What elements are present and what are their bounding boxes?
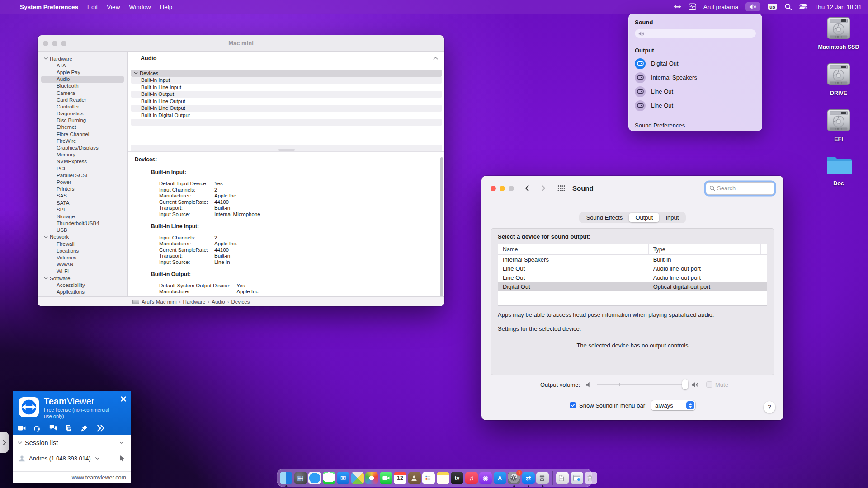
sidebar-item-wwan[interactable]: WWAN bbox=[38, 261, 127, 268]
session-settings-button[interactable] bbox=[112, 440, 126, 446]
control-center-icon[interactable] bbox=[799, 3, 807, 10]
menu-clock[interactable]: Thu 12 Jan 18.31 bbox=[814, 4, 862, 10]
sidebar-item-firewire[interactable]: FireWire bbox=[38, 137, 127, 144]
breadcrumb-item[interactable]: Hardware bbox=[183, 299, 206, 305]
popover-device-digital-out[interactable]: Digital Out bbox=[635, 56, 756, 70]
sidebar-item-memory[interactable]: Memory bbox=[38, 151, 127, 158]
chevron-down-icon[interactable] bbox=[44, 56, 48, 61]
device-row[interactable]: Built-in Line Input bbox=[131, 84, 442, 91]
sidebar-item-disc-burning[interactable]: Disc Burning bbox=[38, 117, 127, 124]
chevron-down-icon[interactable] bbox=[44, 235, 48, 239]
sidebar-item-graphics-displays[interactable]: Graphics/Displays bbox=[38, 144, 127, 151]
chat-icon[interactable] bbox=[49, 425, 57, 432]
dock-item-facetime[interactable] bbox=[380, 472, 392, 484]
popover-volume-slider[interactable] bbox=[635, 29, 756, 38]
sound-titlebar[interactable]: Sound bbox=[481, 176, 783, 201]
desktop-icon-macintosh-ssd[interactable]: Macintosh SSD bbox=[814, 16, 863, 50]
tab-sound-effects[interactable]: Sound Effects bbox=[580, 213, 629, 222]
brush-icon[interactable] bbox=[81, 425, 89, 432]
menu-view[interactable]: View bbox=[102, 0, 124, 14]
sidebar-item-sas[interactable]: SAS bbox=[38, 192, 127, 199]
dock-item-document-dmg[interactable] bbox=[556, 472, 569, 484]
breadcrumb-item[interactable]: Devices bbox=[231, 299, 250, 305]
dock-item-calendar[interactable]: 12 bbox=[394, 472, 406, 484]
dock-item-archive-utility[interactable] bbox=[536, 472, 549, 484]
show-sound-checkbox[interactable] bbox=[570, 402, 576, 408]
frequency-dropdown[interactable]: always bbox=[651, 400, 695, 410]
dock-item-installer-window[interactable] bbox=[571, 472, 583, 484]
dock-item-podcasts[interactable]: ◉ bbox=[479, 472, 492, 484]
teamviewer-status-icon[interactable] bbox=[674, 3, 681, 10]
menu-edit[interactable]: Edit bbox=[83, 0, 102, 14]
collapse-section-icon[interactable] bbox=[433, 56, 438, 61]
desktop-icon-drive[interactable]: DRIVE bbox=[814, 62, 863, 96]
table-row[interactable]: Line OutAudio line-out port bbox=[498, 273, 767, 282]
desktop-icon-efi[interactable]: EFI bbox=[814, 108, 863, 142]
tab-input[interactable]: Input bbox=[659, 213, 685, 222]
device-row[interactable]: Built-in Digital Output bbox=[131, 112, 442, 119]
dock-item-reminders[interactable] bbox=[422, 472, 435, 484]
dock-item-trash[interactable] bbox=[585, 472, 597, 484]
dock-item-launchpad[interactable]: ▦ bbox=[294, 472, 307, 484]
sidebar-item-software[interactable]: Software bbox=[38, 275, 127, 282]
dock-item-finder[interactable] bbox=[280, 472, 292, 484]
dock-item-safari[interactable] bbox=[308, 472, 321, 484]
volume-menu-icon[interactable] bbox=[745, 2, 760, 11]
sidebar-item-usb[interactable]: USB bbox=[38, 227, 127, 234]
output-volume-slider[interactable] bbox=[597, 380, 687, 389]
zoom-button[interactable] bbox=[509, 186, 514, 191]
sidebar-item-diagnostics[interactable]: Diagnostics bbox=[38, 110, 127, 117]
dock-item-app-store[interactable]: A bbox=[494, 472, 506, 484]
forward-button[interactable] bbox=[541, 185, 547, 191]
close-icon[interactable] bbox=[121, 396, 126, 402]
sidebar-item-nvmexpress[interactable]: NVMExpress bbox=[38, 158, 127, 165]
sidebar-item-locations[interactable]: Locations bbox=[38, 247, 127, 254]
popover-device-internal-speakers[interactable]: Internal Speakers bbox=[635, 70, 756, 84]
menu-window[interactable]: Window bbox=[124, 0, 155, 14]
pane-splitter[interactable] bbox=[128, 148, 444, 151]
tab-output[interactable]: Output bbox=[629, 213, 659, 222]
device-row[interactable]: Built-in Line Output bbox=[131, 98, 442, 105]
dock-item-notes[interactable] bbox=[437, 472, 449, 484]
sysinfo-titlebar[interactable]: Mac mini bbox=[38, 35, 444, 52]
dock-item-system-preferences[interactable]: 1 bbox=[508, 472, 520, 484]
sidebar-item-firewall[interactable]: Firewall bbox=[38, 240, 127, 247]
sidebar-item-accessibility[interactable]: Accessibility bbox=[38, 282, 127, 288]
sidebar-item-sata[interactable]: SATA bbox=[38, 199, 127, 206]
dock-item-photos[interactable] bbox=[365, 472, 378, 484]
devices-group-row[interactable]: Devices bbox=[131, 70, 442, 77]
sidebar-item-applications[interactable]: Applications bbox=[38, 288, 127, 295]
search-input[interactable] bbox=[717, 185, 771, 192]
sidebar-item-power[interactable]: Power bbox=[38, 178, 127, 185]
popover-device-line-out[interactable]: Line Out bbox=[635, 99, 756, 113]
dock-item-messages[interactable] bbox=[323, 472, 335, 484]
dock-item-contacts[interactable] bbox=[408, 472, 421, 484]
video-call-icon[interactable] bbox=[18, 425, 26, 432]
mute-checkbox[interactable] bbox=[706, 381, 712, 388]
session-list-item[interactable]: Andres (1 048 393 014) bbox=[13, 450, 131, 466]
dock-item-maps[interactable] bbox=[351, 472, 364, 484]
table-row[interactable]: Line OutAudio line-out port bbox=[498, 264, 767, 273]
dock-item-mail[interactable]: ✉ bbox=[337, 472, 349, 484]
apple-menu-icon[interactable] bbox=[6, 0, 15, 14]
keyboard-layout-badge[interactable]: us bbox=[768, 4, 777, 10]
popover-device-line-out[interactable]: Line Out bbox=[635, 84, 756, 99]
teamviewer-collapse-handle[interactable] bbox=[0, 432, 9, 453]
sidebar-item-camera[interactable]: Camera bbox=[38, 89, 127, 96]
device-row[interactable]: Built-in Output bbox=[131, 91, 442, 98]
dock-item-teamviewer[interactable]: ⇄ bbox=[522, 472, 535, 484]
show-all-grid-icon[interactable] bbox=[557, 185, 565, 192]
details-scrollbar[interactable] bbox=[440, 157, 443, 296]
back-button[interactable] bbox=[524, 185, 530, 191]
headset-icon[interactable] bbox=[33, 425, 42, 432]
sidebar-item-volumes[interactable]: Volumes bbox=[38, 254, 127, 261]
sound-preferences-link[interactable]: Sound Preferences… bbox=[635, 122, 756, 129]
menu-username[interactable]: Arul pratama bbox=[703, 4, 738, 10]
desktop-icon-doc[interactable]: Doc bbox=[814, 155, 863, 187]
device-row[interactable]: Built-in Input bbox=[131, 77, 442, 84]
column-type[interactable]: Type bbox=[649, 244, 761, 254]
sidebar-item-parallel-scsi[interactable]: Parallel SCSI bbox=[38, 172, 127, 178]
sidebar-item-spi[interactable]: SPI bbox=[38, 206, 127, 213]
sidebar-item-printers[interactable]: Printers bbox=[38, 186, 127, 192]
menu-app-name[interactable]: System Preferences bbox=[15, 0, 83, 14]
